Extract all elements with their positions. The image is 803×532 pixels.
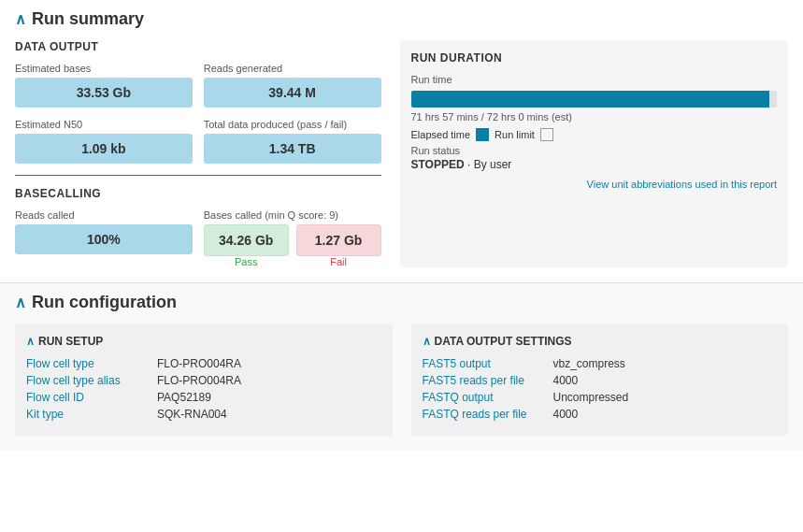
- estimated-bases-label: Estimated bases: [15, 63, 193, 74]
- bases-fail-value: 1.27 Gb: [296, 224, 381, 256]
- config-key: Flow cell type alias: [26, 374, 157, 387]
- view-abbreviations-link[interactable]: View unit abbreviations used in this rep…: [411, 179, 778, 190]
- data-output-settings-chevron-icon: ∧: [423, 335, 431, 348]
- config-key: Flow cell type: [26, 357, 157, 370]
- reads-called-item: Reads called 100%: [15, 209, 193, 254]
- fail-label: Fail: [296, 256, 381, 267]
- data-output-panel: DATA OUTPUT Estimated bases 33.53 Gb Rea…: [15, 40, 381, 164]
- total-data-item: Total data produced (pass / fail) 1.34 T…: [204, 119, 381, 164]
- bases-label-row: Pass Fail: [204, 256, 381, 267]
- bases-called-group: Bases called (min Q score: 9) 34.26 Gb 1…: [204, 209, 381, 267]
- bases-pass-item: 34.26 Gb: [204, 224, 289, 256]
- run-summary-section: ∧ Run summary DATA OUTPUT Estimated base…: [0, 0, 803, 282]
- elapsed-row: Elapsed time Run limit: [411, 128, 778, 141]
- run-setup-chevron-icon: ∧: [26, 335, 35, 348]
- run-limit-box: [540, 128, 553, 141]
- estimated-n50-value: 1.09 kb: [15, 134, 193, 164]
- reads-generated-value: 39.44 M: [204, 78, 381, 108]
- config-val: Uncompressed: [553, 391, 629, 404]
- bases-called-label: Bases called (min Q score: 9): [204, 209, 381, 221]
- data-output-bottom-row: Estimated N50 1.09 kb Total data produce…: [15, 119, 381, 164]
- estimated-n50-item: Estimated N50 1.09 kb: [15, 119, 193, 164]
- estimated-n50-label: Estimated N50: [15, 119, 193, 130]
- run-config-chevron-icon[interactable]: ∧: [15, 294, 26, 311]
- config-key: FASTQ reads per file: [423, 408, 553, 421]
- run-setup-panel: ∧ RUN SETUP Flow cell typeFLO-PRO004RAFl…: [15, 324, 393, 436]
- run-configuration-section: ∧ Run configuration ∧ RUN SETUP Flow cel…: [0, 282, 803, 451]
- estimated-bases-value: 33.53 Gb: [15, 78, 193, 108]
- reads-called-value: 100%: [15, 224, 193, 254]
- bases-values-row: 34.26 Gb 1.27 Gb: [204, 224, 381, 256]
- estimated-bases-item: Estimated bases 33.53 Gb: [15, 63, 193, 108]
- reads-called-label: Reads called: [15, 209, 193, 221]
- run-configuration-title: ∧ Run configuration: [15, 293, 788, 312]
- config-key: Kit type: [26, 408, 157, 421]
- run-duration-panel: RUN DURATION Run time 71 hrs 57 mins / 7…: [400, 40, 789, 267]
- basecalling-panel: BASECALLING Reads called 100% Bases call…: [15, 187, 381, 267]
- run-setup-row: Flow cell typeFLO-PRO004RA: [26, 357, 381, 370]
- divider-1: [15, 175, 381, 176]
- config-val: FLO-PRO004RA: [157, 357, 241, 370]
- data-output-settings-row: FAST5 outputvbz_compress: [423, 357, 778, 370]
- elapsed-time-label: Elapsed time: [411, 129, 471, 140]
- run-setup-title: ∧ RUN SETUP: [26, 335, 381, 348]
- config-columns: ∧ RUN SETUP Flow cell typeFLO-PRO004RAFl…: [15, 324, 788, 436]
- config-val: vbz_compress: [553, 357, 625, 370]
- config-val: FLO-PRO004RA: [157, 374, 241, 387]
- config-key: FAST5 reads per file: [423, 374, 553, 387]
- data-output-top-row: Estimated bases 33.53 Gb Reads generated…: [15, 63, 381, 108]
- data-output-settings-rows: FAST5 outputvbz_compressFAST5 reads per …: [423, 357, 778, 421]
- left-column: DATA OUTPUT Estimated bases 33.53 Gb Rea…: [15, 40, 381, 267]
- config-key: FASTQ output: [423, 391, 553, 404]
- data-output-title: DATA OUTPUT: [15, 40, 381, 53]
- bases-fail-item: 1.27 Gb: [296, 224, 381, 256]
- pass-label: Pass: [204, 256, 289, 267]
- run-setup-row: Kit typeSQK-RNA004: [26, 408, 381, 421]
- config-key: Flow cell ID: [26, 391, 157, 404]
- run-status-suffix: · By user: [465, 158, 512, 171]
- data-output-settings-row: FAST5 reads per file4000: [423, 374, 778, 387]
- data-output-settings-row: FASTQ reads per file4000: [423, 408, 778, 421]
- data-output-settings-row: FASTQ outputUncompressed: [423, 391, 778, 404]
- run-time-value: 71 hrs 57 mins / 72 hrs 0 mins (est): [411, 111, 778, 122]
- run-status-value: STOPPED · By user: [411, 158, 778, 171]
- run-status-main: STOPPED: [411, 158, 465, 171]
- progress-bar-fill: [411, 91, 770, 108]
- run-status-label: Run status: [411, 145, 778, 156]
- run-duration-title: RUN DURATION: [411, 51, 778, 65]
- run-setup-row: Flow cell IDPAQ52189: [26, 391, 381, 404]
- run-time-label: Run time: [411, 74, 778, 85]
- config-key: FAST5 output: [423, 357, 553, 370]
- elapsed-color-box: [476, 128, 489, 141]
- data-output-settings-panel: ∧ DATA OUTPUT SETTINGS FAST5 outputvbz_c…: [411, 324, 789, 436]
- run-setup-rows: Flow cell typeFLO-PRO004RAFlow cell type…: [26, 357, 381, 421]
- run-summary-title: ∧ Run summary: [15, 9, 788, 29]
- config-val: 4000: [553, 374, 579, 387]
- chevron-icon[interactable]: ∧: [15, 10, 26, 28]
- config-val: SQK-RNA004: [157, 408, 227, 421]
- basecalling-row: Reads called 100% Bases called (min Q sc…: [15, 209, 381, 267]
- total-data-value: 1.34 TB: [204, 134, 381, 164]
- reads-generated-item: Reads generated 39.44 M: [204, 63, 381, 108]
- config-val: PAQ52189: [157, 391, 211, 404]
- progress-bar-container: [411, 91, 778, 108]
- data-output-settings-title: ∧ DATA OUTPUT SETTINGS: [423, 335, 778, 348]
- run-limit-label: Run limit: [495, 129, 535, 140]
- total-data-label: Total data produced (pass / fail): [204, 119, 381, 130]
- reads-generated-label: Reads generated: [204, 63, 381, 74]
- run-setup-row: Flow cell type aliasFLO-PRO004RA: [26, 374, 381, 387]
- bases-pass-value: 34.26 Gb: [204, 224, 289, 256]
- basecalling-title: BASECALLING: [15, 187, 381, 200]
- config-val: 4000: [553, 408, 579, 421]
